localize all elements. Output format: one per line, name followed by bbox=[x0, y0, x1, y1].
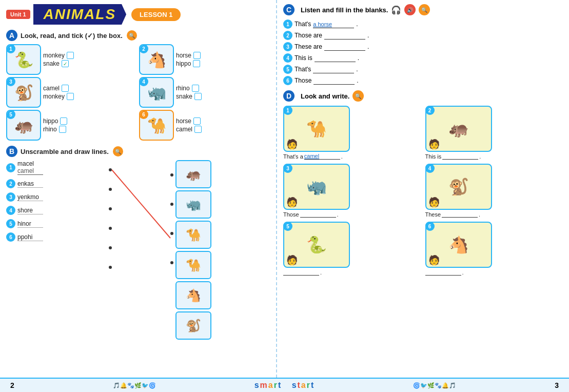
section-d-grid: 1 🐪 🧑 That's a camel . 2 🦛 🧑 Th bbox=[283, 106, 563, 276]
page-number-right: 3 bbox=[555, 381, 559, 389]
animal-img-6: 6 🐪 bbox=[139, 110, 174, 141]
b-img-2: 🦏 bbox=[175, 190, 211, 219]
fill-blank-3: 3 These are . bbox=[283, 42, 563, 51]
d-img-6: 6 🐴 🧑 bbox=[425, 222, 492, 268]
section-b-title: Unscramble and draw lines. bbox=[21, 148, 109, 155]
animal-item-2: 2 🐴 horse hippo bbox=[139, 44, 270, 75]
section-b-content: 1 macel camel 2 enkas 3 bbox=[6, 160, 270, 340]
matching-line-svg bbox=[109, 160, 175, 278]
right-panel: C Listen and fill in the blanks. 🎧 🔊 🔍 1… bbox=[277, 0, 569, 378]
section-a-grid: 1 🐍 monkey snake ✓ 2 bbox=[6, 44, 270, 141]
d-img-4: 4 🐒 🧑 bbox=[425, 164, 492, 210]
d-img-5: 5 🐍 🧑 bbox=[283, 222, 350, 268]
footer-brand: smart start bbox=[254, 381, 315, 390]
d-caption-3: Those . bbox=[283, 211, 421, 218]
animal-img-3: 3 🐒 bbox=[6, 77, 41, 108]
footer-decorative-left: 🎵🔔🐾🌿🐦🌀 bbox=[113, 382, 156, 389]
fill-blank-1: 1 That's a horse . bbox=[283, 19, 563, 29]
animal-options-4: rhino snake bbox=[176, 85, 202, 100]
scramble-item-1: 1 macel camel bbox=[6, 160, 109, 175]
animal-item-5: 5 🦛 hippo rhino bbox=[6, 110, 137, 141]
animal-item-3: 3 🐒 camel monkey bbox=[6, 77, 137, 108]
footer: 2 🎵🔔🐾🌿🐦🌀 smart start 🌀🐦🌿🐾🔔🎵 3 bbox=[0, 378, 569, 392]
page-number-left: 2 bbox=[10, 381, 14, 389]
scramble-animal-images: 🦛 🦏 🐪 🐪 🐴 🐒 bbox=[175, 160, 222, 340]
scramble-list: 1 macel camel 2 enkas 3 bbox=[6, 160, 109, 340]
fill-blank-5: 5 That's . bbox=[283, 65, 563, 74]
animal-img-5: 5 🦛 bbox=[6, 110, 41, 141]
d-img-1: 1 🐪 🧑 bbox=[283, 106, 350, 152]
fill-blank-2: 2 Those are . bbox=[283, 31, 563, 40]
page-header: Unit 1 ANIMALS LESSON 1 bbox=[6, 4, 270, 25]
scramble-item-3: 3 yenkmo bbox=[6, 192, 109, 202]
animal-options-5: hippo rhino bbox=[43, 117, 67, 133]
animal-options-1: monkey snake ✓ bbox=[43, 52, 74, 67]
b-img-1: 🦛 bbox=[175, 160, 211, 188]
checkbox-5-rhino[interactable] bbox=[59, 126, 66, 133]
d-item-1: 1 🐪 🧑 That's a camel . bbox=[283, 106, 421, 160]
animal-img-2: 2 🐴 bbox=[139, 44, 174, 75]
animal-img-4: 4 🦏 bbox=[139, 77, 174, 108]
section-a-title: Look, read, and tick (✓) the box. bbox=[21, 32, 123, 40]
checkbox-5-hippo[interactable] bbox=[60, 117, 67, 125]
scramble-item-5: 5 hinor bbox=[6, 219, 109, 228]
svg-line-0 bbox=[112, 170, 170, 238]
b-img-5: 🐴 bbox=[175, 281, 211, 309]
headphones-icon: 🎧 bbox=[391, 5, 401, 15]
section-d-title: Look and write. bbox=[301, 92, 349, 100]
section-d-letter: D bbox=[283, 90, 295, 102]
b-img-3: 🐪 bbox=[175, 221, 211, 249]
checkbox-6-horse[interactable] bbox=[193, 117, 201, 125]
checkbox-6-camel[interactable] bbox=[194, 126, 202, 133]
scramble-item-2: 2 enkas bbox=[6, 179, 109, 188]
checkbox-1-monkey[interactable] bbox=[67, 52, 74, 59]
checkbox-4-rhino[interactable] bbox=[192, 85, 199, 92]
section-d-header: D Look and write. 🔍 bbox=[283, 90, 563, 102]
left-panel: Unit 1 ANIMALS LESSON 1 A Look, read, an… bbox=[0, 0, 277, 378]
d-item-2: 2 🦛 🧑 This is . bbox=[425, 106, 563, 160]
section-a-header: A Look, read, and tick (✓) the box. 🔍 bbox=[6, 30, 270, 41]
d-item-4: 4 🐒 🧑 These . bbox=[425, 164, 563, 218]
d-item-5: 5 🐍 🧑 . bbox=[283, 222, 421, 276]
checkbox-1-snake[interactable]: ✓ bbox=[62, 60, 69, 67]
d-img-2: 2 🦛 🧑 bbox=[425, 106, 492, 152]
section-c-search-icon[interactable]: 🔍 bbox=[419, 4, 430, 15]
checkbox-3-monkey[interactable] bbox=[67, 93, 74, 100]
d-item-6: 6 🐴 🧑 . bbox=[425, 222, 563, 276]
d-item-3: 3 🦏 🧑 Those . bbox=[283, 164, 421, 218]
d-caption-2: This is . bbox=[425, 153, 563, 160]
audio-icon[interactable]: 🔊 bbox=[404, 4, 416, 15]
d-img-3: 3 🦏 🧑 bbox=[283, 164, 350, 210]
checkbox-4-snake[interactable] bbox=[194, 93, 202, 100]
checkbox-2-hippo[interactable] bbox=[193, 60, 200, 67]
footer-decorative-right: 🌀🐦🌿🐾🔔🎵 bbox=[413, 382, 456, 389]
b-img-4: 🐪 bbox=[175, 251, 211, 279]
d-caption-6: . bbox=[425, 269, 563, 276]
checkbox-3-camel[interactable] bbox=[62, 85, 69, 92]
animal-item-4: 4 🦏 rhino snake bbox=[139, 77, 270, 108]
lesson-badge: LESSON 1 bbox=[131, 8, 181, 21]
section-b-search-icon[interactable]: 🔍 bbox=[113, 146, 123, 156]
checkbox-2-horse[interactable] bbox=[193, 52, 201, 59]
animal-item-1: 1 🐍 monkey snake ✓ bbox=[6, 44, 137, 75]
scramble-item-4: 4 shore bbox=[6, 206, 109, 215]
animal-options-6: horse camel bbox=[176, 117, 202, 133]
fill-blank-6: 6 Those . bbox=[283, 76, 563, 85]
section-a-letter: A bbox=[6, 30, 17, 41]
section-d-search-icon[interactable]: 🔍 bbox=[352, 90, 364, 102]
section-c-title: Listen and fill in the blanks. bbox=[301, 6, 388, 14]
scramble-item-6: 6 ppohi bbox=[6, 232, 109, 242]
section-c-header: C Listen and fill in the blanks. 🎧 🔊 🔍 bbox=[283, 4, 563, 15]
d-caption-1: That's a camel . bbox=[283, 153, 421, 160]
unit-badge: Unit 1 bbox=[6, 10, 30, 19]
animal-img-1: 1 🐍 bbox=[6, 44, 41, 75]
section-a-search-icon[interactable]: 🔍 bbox=[127, 30, 137, 41]
animal-item-6: 6 🐪 horse camel bbox=[139, 110, 270, 141]
page-title: ANIMALS bbox=[33, 4, 127, 25]
fill-blank-4: 4 This is . bbox=[283, 53, 563, 63]
section-c-letter: C bbox=[283, 4, 295, 15]
b-img-6: 🐒 bbox=[175, 311, 211, 340]
animal-options-2: horse hippo bbox=[176, 52, 201, 67]
section-b-letter: B bbox=[6, 146, 17, 157]
fill-blanks-list: 1 That's a horse . 2 Those are . 3 These… bbox=[283, 19, 563, 85]
